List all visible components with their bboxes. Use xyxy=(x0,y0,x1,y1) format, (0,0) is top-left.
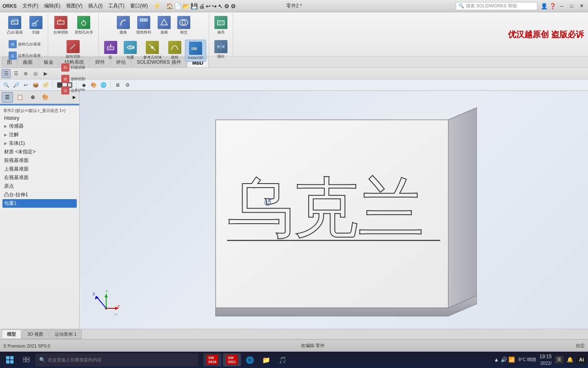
menu-view[interactable]: 视图(V) xyxy=(64,2,85,10)
sec-btn-grid[interactable]: ☰ xyxy=(2,69,11,78)
wrap1-label: 包覆1 xyxy=(4,200,17,207)
tree-item-bodies[interactable]: ▶ 实体(1) xyxy=(2,139,77,148)
minimize-btn[interactable]: ─ xyxy=(558,2,566,10)
view-view-orient[interactable]: 🧭 xyxy=(41,81,50,90)
search-placeholder[interactable]: 搜索 SOLIDWORKS 帮助 xyxy=(466,3,517,9)
menu-insert[interactable]: 插入(I) xyxy=(86,2,105,10)
rebuild-icon[interactable]: ⚙ xyxy=(224,3,229,9)
view-3d-box[interactable]: 📦 xyxy=(31,81,40,90)
bottom-tab-3dview[interactable]: 3D 视图 xyxy=(22,330,49,339)
taskbar-sw2021[interactable]: SW2021 xyxy=(223,353,241,366)
undo-icon[interactable]: ↩ xyxy=(206,3,211,9)
view-settings[interactable]: ⚙ xyxy=(123,81,132,90)
svg-marker-26 xyxy=(448,108,477,308)
topplane-label: 上视基准面 xyxy=(4,166,29,173)
toolbar-btn-loftcut[interactable]: 放 放样切割 xyxy=(59,74,87,84)
tree-item-history[interactable]: History xyxy=(2,114,77,122)
tree-item-rightplane[interactable]: 右视基准面 xyxy=(2,173,77,182)
close-btn[interactable]: ✕ xyxy=(577,2,586,10)
taskbar-search[interactable]: 🔍 在这里输入你要搜索的内容 xyxy=(35,353,198,366)
options-icon[interactable]: ⚙ xyxy=(231,3,236,9)
menu-file[interactable]: 文件(F) xyxy=(20,2,41,10)
bottom-tab-model[interactable]: 模型 xyxy=(2,330,21,339)
tree-item-wrap1[interactable]: 包覆1 xyxy=(2,199,77,208)
toolbar-btn-intersect[interactable]: 相交 xyxy=(174,14,193,37)
view-scenes[interactable]: 🌐 xyxy=(99,81,108,90)
tree-item-sensors[interactable]: ▶ 传感器 xyxy=(2,122,77,130)
sec-btn-target[interactable]: ◎ xyxy=(31,69,40,78)
toolbar-btn-curves[interactable]: 曲线 xyxy=(165,39,184,62)
svg-text:Z: Z xyxy=(93,292,95,296)
redo-icon[interactable]: ↪ xyxy=(212,3,217,9)
viewport[interactable]: 乌克兰 ↺ Z X Y xyxy=(80,91,588,329)
user-icon[interactable]: 👤 xyxy=(541,3,548,9)
tree-item-part[interactable]: 零件2 (默认<<默认>_显示状态 1>) xyxy=(2,107,77,114)
open-icon[interactable]: 📂 xyxy=(183,3,189,9)
annotations-label: 注解 xyxy=(9,131,19,138)
toolbar-btn-revolvecut[interactable]: 旋转切除 xyxy=(63,38,83,61)
print-icon[interactable]: 🖨 xyxy=(199,3,205,9)
toolbar-btn-rib[interactable]: 筋 xyxy=(101,39,120,62)
tree-item-frontplane[interactable]: 前视基准面 xyxy=(2,156,77,165)
view-appearances[interactable]: 🎨 xyxy=(89,81,98,90)
toolbar-btn-fillet[interactable]: 圆角 xyxy=(114,14,133,37)
toolbar-group-cut: 拉伸切除 异型孔向导 旋转切除 扫 扫描切除 xyxy=(48,13,99,55)
rib-label: 筋 xyxy=(109,55,112,60)
start-button[interactable] xyxy=(2,353,18,366)
curves-label: 曲线 xyxy=(171,55,178,60)
taskbar-explorer[interactable]: 📁 xyxy=(259,353,274,366)
view-prev-view[interactable]: ↩ xyxy=(21,81,30,90)
new-doc-icon[interactable]: 📄 xyxy=(174,3,181,9)
sec-btn-list[interactable]: ☰ xyxy=(11,69,20,78)
toolbar-btn-draft[interactable]: 拔模 xyxy=(155,14,174,37)
language-indicator[interactable]: 英 xyxy=(555,356,564,364)
toolbar-btn-instant3d[interactable]: I3D Instant3D xyxy=(185,40,207,62)
taskbar-time: 19:15 2022/ xyxy=(539,354,552,366)
panel-icon-properties[interactable]: 📋 xyxy=(14,92,26,103)
bottom-tab-motion[interactable]: 运动算例 1 xyxy=(49,330,82,339)
tree-item-topplane[interactable]: 上视基准面 xyxy=(2,165,77,173)
origin-label: 原点 xyxy=(4,183,14,190)
panel-icon-config[interactable]: ⊕ xyxy=(27,92,38,103)
notification-icon[interactable]: 🔔 xyxy=(567,357,573,363)
toolbar-btn-extrude[interactable]: 凸台/基座 xyxy=(4,14,26,37)
view-zoom-area[interactable]: 🔎 xyxy=(11,81,20,90)
taskbar-sw2016[interactable]: SW2016 xyxy=(203,353,221,366)
taskbar-media[interactable]: 🎵 xyxy=(275,353,290,366)
save-icon[interactable]: 💾 xyxy=(191,3,198,9)
toolbar-btn-wrap[interactable]: 包覆 包覆 xyxy=(121,39,140,62)
tree-item-extrude1[interactable]: 凸台-拉伸1 xyxy=(2,191,77,199)
toolbar-btn-refgeo[interactable]: 参考几何体 xyxy=(140,39,165,62)
tree-item-annotations[interactable]: ▶ 注解 xyxy=(2,130,77,139)
toolbar-btn-mirror[interactable]: 镜向 xyxy=(212,38,230,61)
home-icon[interactable]: 🏠 xyxy=(166,3,173,9)
systray-icons: ▲ 🔊 📶 xyxy=(494,357,515,363)
menu-window[interactable]: 窗口(W) xyxy=(128,2,150,10)
toolbar-btn-pattern[interactable]: 线性阵列 xyxy=(134,14,154,37)
toolbar-btn-shell[interactable]: 抽壳 xyxy=(212,14,230,37)
maximize-btn[interactable]: □ xyxy=(568,2,576,10)
sec-btn-arrow[interactable]: ▶ xyxy=(41,69,50,78)
view-display-manager[interactable]: 🖥 xyxy=(113,81,122,90)
tree-item-origin[interactable]: 原点 xyxy=(2,182,77,191)
taskbar-ie[interactable]: 🌐 xyxy=(243,353,257,366)
instant3d-label: Instant3D xyxy=(188,56,204,60)
toolbar-btn-holespec[interactable]: 异型孔向导 xyxy=(72,14,96,37)
toolbar-btn-boundary[interactable]: 边 边界凸台/基座 xyxy=(7,50,43,61)
menu-tools[interactable]: 工具(T) xyxy=(106,2,127,10)
tree-item-material[interactable]: 材质 <未指定> xyxy=(2,148,77,156)
panel-icon-featuretree[interactable]: ☰ xyxy=(2,92,13,103)
toolbar-btn-revolve[interactable]: 扫描 xyxy=(27,14,45,37)
panel-icon-displaymgr[interactable]: 🎨 xyxy=(40,92,51,103)
view-zoom-fit[interactable]: 🔍 xyxy=(2,81,11,90)
taskview-btn[interactable] xyxy=(20,353,33,366)
toolbar-btn-loft[interactable]: 放 放样凸台/基座 xyxy=(7,39,43,49)
sec-btn-plus[interactable]: ⊕ xyxy=(21,69,30,78)
menu-edit[interactable]: 编辑(E) xyxy=(42,2,63,10)
select-icon[interactable]: ↖ xyxy=(218,3,223,9)
svg-rect-8 xyxy=(140,19,143,21)
menu-extra[interactable]: ⚡ xyxy=(151,2,163,10)
help-icon[interactable]: ❓ xyxy=(549,3,556,9)
toolbar-btn-sweepcut[interactable]: 扫 扫描切除 xyxy=(59,62,87,73)
toolbar-btn-extrudecut[interactable]: 拉伸切除 xyxy=(51,14,71,37)
